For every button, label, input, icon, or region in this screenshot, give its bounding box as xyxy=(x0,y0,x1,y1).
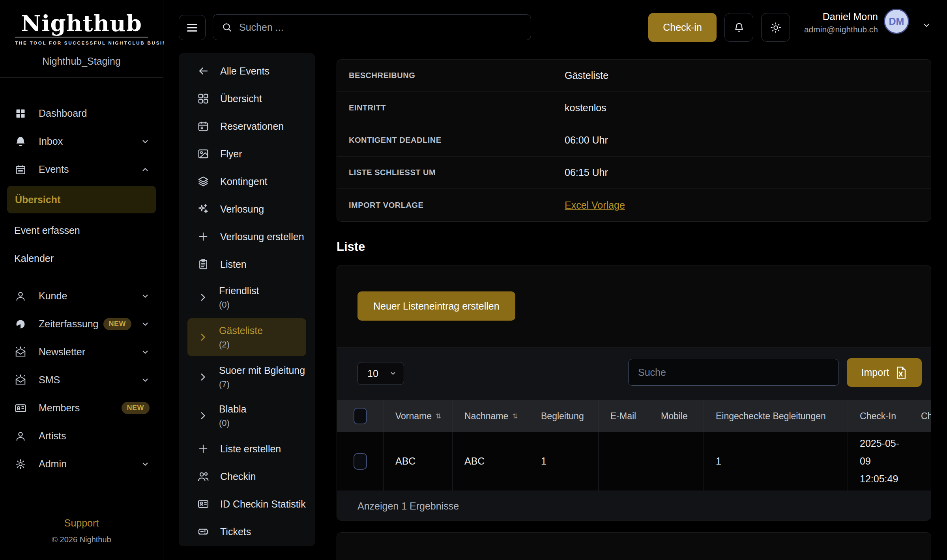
sidebar-nav: Dashboard Inbox Events xyxy=(0,99,163,478)
row-checkbox[interactable] xyxy=(354,453,367,470)
menu-item-uebersicht[interactable]: Übersicht xyxy=(179,85,315,112)
select-all-checkbox[interactable] xyxy=(354,408,367,424)
theme-toggle-button[interactable] xyxy=(761,13,790,42)
global-search xyxy=(213,14,531,40)
detail-label: KONTIGENT DEADLINE xyxy=(337,136,565,145)
column-header-check-in: Check-In xyxy=(848,400,909,432)
detail-value: 06:15 Uhr xyxy=(565,167,608,178)
menu-item-liste-erstellen[interactable]: Liste erstellen xyxy=(179,435,315,463)
chevron-down-icon xyxy=(141,376,150,385)
column-header-eingecheckte-begleitungen: Eingecheckte Begleitungen xyxy=(704,400,848,432)
sidebar-item-label: Artists xyxy=(39,430,150,442)
user-menu[interactable]: Daniel Monn admin@nighthub.ch xyxy=(804,11,878,34)
list-item-friendlist[interactable]: Friendlist (0) xyxy=(179,278,315,317)
sidebar-item-newsletter[interactable]: Newsletter xyxy=(0,338,163,366)
guest-table: Vorname⇅ Nachname⇅ Begleitung E-Mail Mob… xyxy=(337,400,931,491)
sidebar-item-zeiterfassung[interactable]: Zeiterfassung NEW xyxy=(0,310,163,338)
menu-item-label: Verlosung xyxy=(220,203,264,215)
notifications-button[interactable] xyxy=(724,13,753,42)
sidebar-item-label: Dashboard xyxy=(39,108,150,119)
menu-item-listen[interactable]: Listen xyxy=(179,250,315,278)
sidebar-item-events[interactable]: Events xyxy=(0,155,163,183)
chevron-down-icon xyxy=(141,137,150,146)
back-to-all-events[interactable]: Alle Events xyxy=(179,57,315,85)
sparkles-icon xyxy=(197,202,210,216)
brand-block: Nighthub THE TOOL FOR SUCCESSFUL NIGHTCL… xyxy=(0,0,163,78)
sidebar-item-inbox[interactable]: Inbox xyxy=(0,127,163,155)
search-input[interactable] xyxy=(239,22,522,33)
environment-label: Nighthub_Staging xyxy=(0,56,163,67)
sms-icon xyxy=(14,374,27,386)
sidebar-item-dashboard[interactable]: Dashboard xyxy=(0,99,163,127)
copyright-text: © 2026 Nighthub xyxy=(0,535,163,544)
checkin-button[interactable]: Check-in xyxy=(648,13,717,42)
column-header-nachname[interactable]: Nachname⇅ xyxy=(453,400,529,432)
calendar-icon xyxy=(197,119,210,133)
sort-icon: ⇅ xyxy=(512,412,518,420)
ticket-icon xyxy=(197,525,210,538)
detail-row: BESCHREIBUNG Gästeliste xyxy=(337,60,931,92)
menu-item-tickets[interactable]: Tickets xyxy=(179,518,315,545)
spacer xyxy=(0,273,163,282)
sidebar-item-members[interactable]: Members NEW xyxy=(0,394,163,422)
sun-icon xyxy=(770,22,781,33)
detail-value: Gästeliste xyxy=(565,70,608,81)
detail-value: kostenlos xyxy=(565,102,606,114)
menu-item-flyer[interactable]: Flyer xyxy=(179,140,315,168)
menu-item-verlosung-erstellen[interactable]: Verlosung erstellen xyxy=(179,223,315,250)
column-header-vorname[interactable]: Vorname⇅ xyxy=(384,400,453,432)
excel-template-link[interactable]: Excel Vorlage xyxy=(565,200,625,211)
table-search xyxy=(628,359,839,386)
detail-row: KONTIGENT DEADLINE 06:00 Uhr xyxy=(337,124,931,157)
sort-icon: ⇅ xyxy=(436,412,441,420)
import-button[interactable]: Import xyxy=(847,358,922,387)
menu-item-id-checkin-statistik[interactable]: ID Checkin Statistik xyxy=(179,490,315,518)
newsletter-icon xyxy=(14,346,27,358)
menu-item-label: Tickets xyxy=(220,526,251,538)
grid-outline-icon xyxy=(197,92,210,105)
sidebar-item-admin[interactable]: Admin xyxy=(0,450,163,478)
detail-label: IMPORT VORLAGE xyxy=(337,201,565,210)
id-card-icon xyxy=(197,497,210,511)
menu-toggle-button[interactable] xyxy=(179,15,206,40)
sidebar-item-label: Kunde xyxy=(39,290,137,302)
table-controls: 10 Import xyxy=(337,348,931,400)
sidebar-item-uebersicht[interactable]: Übersicht xyxy=(7,186,156,213)
topbar: Check-in Daniel Monn admin@nighthub.ch D… xyxy=(164,0,947,53)
create-list-entry-button[interactable]: Neuer Listeneintrag erstellen xyxy=(357,291,515,321)
image-icon xyxy=(197,147,210,161)
cell-nachname: ABC xyxy=(464,455,485,467)
avatar[interactable]: DM xyxy=(884,9,909,34)
table-search-input[interactable] xyxy=(638,367,829,378)
detail-row: IMPORT VORLAGE Excel Vorlage xyxy=(337,189,931,221)
page-size-select[interactable]: 10 xyxy=(357,362,404,385)
sidebar-item-sms[interactable]: SMS xyxy=(0,366,163,394)
cell-begleitung: 1 xyxy=(541,455,546,467)
brand-tagline: THE TOOL FOR SUCCESSFUL NIGHTCLUB BUSINE… xyxy=(15,37,148,45)
sidebar-item-kunde[interactable]: Kunde xyxy=(0,282,163,310)
gear-icon xyxy=(14,458,27,470)
dashboard-grid-icon xyxy=(14,107,27,120)
chevron-down-icon xyxy=(141,460,150,469)
excel-file-icon xyxy=(895,366,907,379)
menu-item-kontingent[interactable]: Kontingent xyxy=(179,168,315,195)
chevron-right-icon xyxy=(198,292,208,302)
column-header-mobile: Mobile xyxy=(649,400,704,432)
support-link[interactable]: Support xyxy=(0,517,163,529)
new-badge: NEW xyxy=(103,318,132,330)
menu-item-reservationen[interactable]: Reservationen xyxy=(179,112,315,140)
list-item-gaesteliste[interactable]: Gästeliste (2) xyxy=(187,318,306,356)
list-name: Gästeliste xyxy=(219,325,263,336)
detail-label: BESCHREIBUNG xyxy=(337,71,565,80)
list-item-blabla[interactable]: Blabla (0) xyxy=(179,396,315,435)
plus-icon xyxy=(197,442,210,455)
user-name: Daniel Monn xyxy=(804,11,878,22)
sidebar-item-artists[interactable]: Artists xyxy=(0,422,163,450)
menu-item-checkin[interactable]: Checkin xyxy=(179,463,315,490)
chevron-down-icon[interactable] xyxy=(922,21,931,30)
sidebar-item-event-erfassen[interactable]: Event erfassen xyxy=(0,217,163,245)
sidebar-item-kalender[interactable]: Kalender xyxy=(0,245,163,273)
menu-item-verlosung[interactable]: Verlosung xyxy=(179,195,315,223)
list-item-suoer-mit-bgleitung[interactable]: Suoer mit Bgleitung (7) xyxy=(179,358,315,396)
cell-eingecheckte-begleitungen: 1 xyxy=(716,455,721,467)
